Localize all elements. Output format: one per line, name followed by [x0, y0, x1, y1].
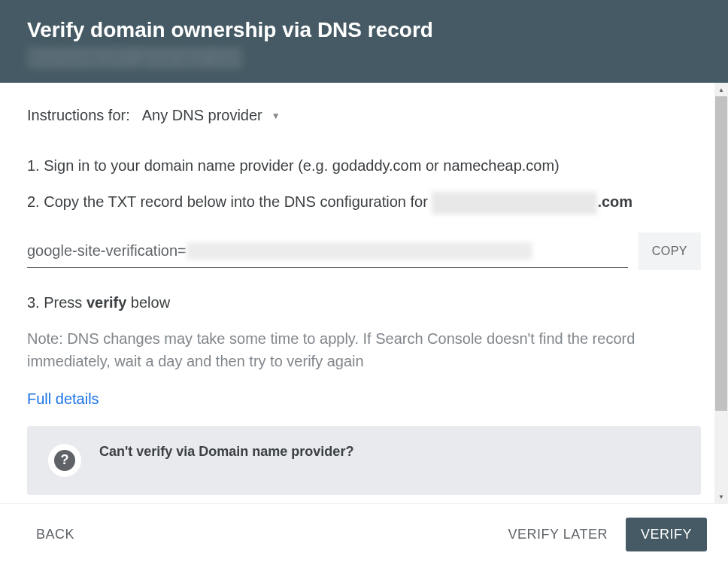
- help-icon: ?: [48, 444, 81, 477]
- txt-record-value-blurred: xxxxxxxxxxxxxxxxxxxxxxxxxxxxxxxxxxxxxxxx…: [187, 242, 532, 260]
- content-area: Instructions for: Any DNS provider ▼ 1. …: [0, 83, 728, 503]
- step-2-prefix: 2. Copy the TXT record below into the DN…: [27, 193, 432, 210]
- info-box-title: Can't verify via Domain name provider?: [99, 444, 353, 460]
- back-button[interactable]: BACK: [33, 521, 77, 548]
- step-2: 2. Copy the TXT record below into the DN…: [27, 190, 701, 214]
- instructions-row: Instructions for: Any DNS provider ▼: [27, 107, 701, 124]
- step-1: 1. Sign in to your domain name provider …: [27, 154, 701, 177]
- content-wrapper: Instructions for: Any DNS provider ▼ 1. …: [0, 83, 728, 503]
- scrollbar-track[interactable]: [714, 96, 728, 490]
- vertical-scrollbar[interactable]: ▲ ▼: [714, 83, 728, 503]
- instructions-label: Instructions for:: [27, 107, 130, 124]
- chevron-down-icon: ▼: [271, 111, 281, 121]
- full-details-link[interactable]: Full details: [27, 390, 99, 408]
- step-2-suffix: .com: [597, 193, 632, 210]
- scroll-up-arrow-icon[interactable]: ▲: [714, 83, 728, 96]
- dialog-title: Verify domain ownership via DNS record: [27, 18, 701, 42]
- dialog-header: Verify domain ownership via DNS record t…: [0, 0, 728, 83]
- step-3-suffix: below: [126, 294, 170, 311]
- step-3-bold: verify: [86, 294, 126, 311]
- copy-button[interactable]: COPY: [639, 232, 701, 270]
- step-3: 3. Press verify below: [27, 291, 701, 314]
- domain-subtitle-blurred: thermoelectric-generator.com: [27, 48, 242, 68]
- step-3-prefix: 3. Press: [27, 294, 86, 311]
- txt-record-prefix: google-site-verification=: [27, 242, 187, 259]
- dns-provider-dropdown[interactable]: Any DNS provider ▼: [142, 107, 281, 124]
- footer-right: VERIFY LATER VERIFY: [505, 518, 707, 551]
- footer-left: BACK: [33, 521, 77, 548]
- info-box-content: Can't verify via Domain name provider?: [99, 444, 353, 463]
- cant-verify-info-box: ? Can't verify via Domain name provider?: [27, 426, 701, 495]
- dns-note: Note: DNS changes may take some time to …: [27, 327, 701, 372]
- dns-provider-selected: Any DNS provider: [142, 107, 262, 124]
- scrollbar-thumb[interactable]: [715, 96, 727, 411]
- verify-button[interactable]: VERIFY: [626, 518, 707, 551]
- dialog-footer: BACK VERIFY LATER VERIFY: [0, 503, 728, 565]
- step-2-domain-blurred: thermoelectric-generator: [432, 192, 597, 214]
- txt-record-input[interactable]: google-site-verification=xxxxxxxxxxxxxxx…: [27, 235, 628, 268]
- verify-later-button[interactable]: VERIFY LATER: [505, 521, 611, 548]
- txt-record-row: google-site-verification=xxxxxxxxxxxxxxx…: [27, 232, 701, 270]
- scroll-down-arrow-icon[interactable]: ▼: [714, 490, 728, 503]
